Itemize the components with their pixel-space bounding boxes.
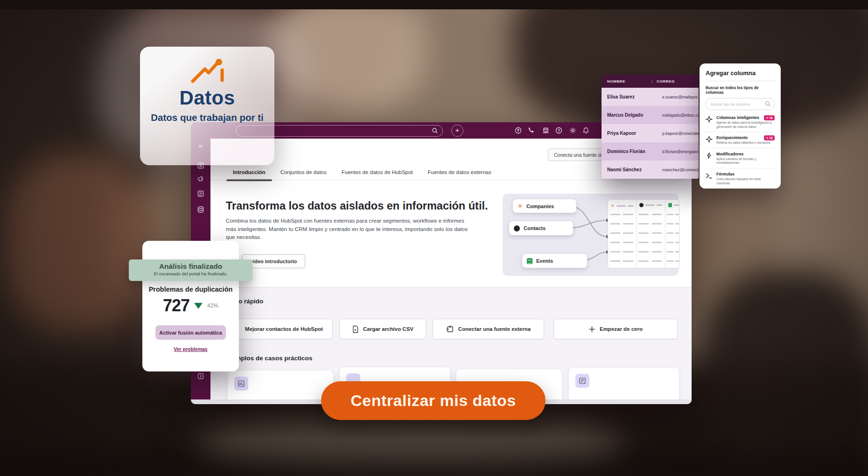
tab-bar: IntroducciónConjuntos de datosFuentes de… — [225, 166, 499, 180]
reports-icon[interactable] — [197, 190, 204, 197]
cell-email: d.florian@energiasrenov — [662, 149, 699, 154]
item-desc: Crea cálculos basados en otras columnas — [716, 177, 775, 185]
sparkle-icon — [706, 135, 713, 143]
diagram-node-companies[interactable]: ✳ Companies — [513, 199, 576, 213]
expand-sidebar-icon[interactable] — [197, 372, 204, 380]
panel-item-formulas[interactable]: Fórmulas Crea cálculos basados en otras … — [706, 168, 775, 188]
tab[interactable]: Conjuntos de datos — [273, 166, 334, 178]
report-chart-icon — [234, 377, 248, 391]
example-card-import[interactable]: Introduce datos de cualquier fuente — [568, 367, 679, 404]
diagram-node-contacts[interactable]: Contacts — [509, 221, 573, 235]
import-data-icon — [575, 374, 589, 388]
cell-name: Priya Kapoor — [607, 131, 662, 136]
marketplace-icon[interactable] — [542, 127, 549, 134]
cell-name: Dominico Florián — [607, 149, 662, 154]
button-label: Conectar una fuente externa — [458, 326, 531, 332]
mailchimp-icon — [639, 203, 644, 207]
diagram-node-events[interactable]: Events — [522, 254, 587, 268]
table-header-row: NOMBRE ↓ CORREO — [602, 75, 699, 88]
panel-item-modifiers[interactable]: Modificadores Aplica cambios de formato … — [706, 148, 775, 168]
item-title: Fórmulas — [716, 172, 775, 176]
tab[interactable]: Fuentes de datos de HubSpot — [334, 166, 420, 178]
cell-email: p.kapoor@conectate.org — [662, 131, 699, 136]
cell-name: Elisa Suarez — [607, 94, 662, 99]
table-row[interactable]: Priya Kapoor p.kapoor@conectate.org — [602, 124, 699, 142]
notifications-bell-icon[interactable] — [582, 127, 589, 134]
lightning-icon — [706, 152, 713, 159]
tab-divider — [210, 180, 692, 180]
green-sheet-icon — [527, 258, 532, 264]
cell-email: nsanchez@connected.co — [662, 168, 699, 172]
hubspot-sprocket-icon: ✳ — [611, 203, 615, 209]
table-row[interactable]: Dominico Florián d.florian@energiasrenov — [602, 142, 699, 161]
settings-gear-icon[interactable] — [569, 127, 576, 134]
trend-chart-icon — [186, 57, 228, 85]
banner-title: Análisis finalizado — [129, 262, 252, 271]
column-header-email[interactable]: CORREO — [657, 79, 675, 84]
tab[interactable]: Introducción — [225, 166, 273, 178]
svg-text:x: x — [355, 328, 357, 331]
panel-title: Agregar columna — [706, 70, 775, 77]
column-header-name[interactable]: NOMBRE — [607, 79, 625, 84]
item-desc: Rellena los datos faltantes o inexactos — [716, 141, 770, 145]
node-label: Companies — [526, 203, 554, 209]
svg-text:?: ? — [558, 128, 560, 133]
ai-badge: ✦ IA — [764, 135, 775, 140]
centralize-data-cta-button[interactable]: Centralizar mis datos — [321, 381, 546, 420]
marketing-megaphone-icon[interactable] — [197, 175, 204, 182]
metric-delta: 42% — [207, 302, 218, 309]
upload-csv-button[interactable]: x Cargar archivo CSV — [339, 319, 426, 339]
data-database-icon[interactable] — [197, 206, 204, 213]
terminal-prompt-icon — [706, 172, 713, 179]
intro-paragraph: Combina los datos de HubSpot con fuentes… — [226, 217, 471, 242]
external-source-icon — [446, 325, 454, 333]
column-search-input[interactable] — [706, 98, 774, 110]
item-desc: Agente de datos para la investigación y … — [716, 121, 775, 129]
search-section-label: Buscar en todos los tipos de columnas — [706, 85, 775, 95]
green-sheet-icon — [668, 203, 672, 207]
auto-merge-button[interactable]: Activar fusión automática — [155, 325, 226, 340]
connect-external-source-button[interactable]: Conectar una fuente externa — [433, 319, 544, 339]
column-search — [706, 98, 775, 110]
view-problems-link[interactable]: Ver problemas — [142, 346, 239, 352]
item-desc: Aplica cambios de formato y normalizacio… — [716, 157, 775, 165]
table-row[interactable]: Elisa Suarez e.suarez@mailspot.net — [602, 88, 699, 106]
table-body: Elisa Suarez e.suarez@mailspot.net Marcu… — [602, 88, 699, 179]
page-title: Transforma los datos aislados en informa… — [226, 200, 488, 212]
help-icon[interactable]: ? — [555, 127, 562, 134]
cell-email: e.suarez@mailspot.net — [662, 95, 699, 99]
hero-card: Datos Datos que trabajan por ti — [140, 47, 274, 165]
csv-file-icon: x — [352, 325, 359, 333]
improve-contacts-button[interactable]: Mejorar contactos de HubSpot — [235, 319, 333, 339]
table-row[interactable]: Naomi Sánchez nsanchez@connected.co — [602, 161, 699, 179]
search-icon — [432, 127, 438, 134]
phone-icon[interactable] — [527, 127, 534, 134]
search-icon — [765, 101, 771, 107]
analysis-complete-banner: Análisis finalizado El escaneado del por… — [129, 259, 252, 281]
metric-value: 727 — [163, 296, 189, 315]
tab[interactable]: Fuentes de datos externas — [420, 166, 499, 178]
data-sources-diagram: ✳ Companies Contacts Events ✳ — [503, 194, 679, 276]
table-row[interactable]: Marcus Delgado mdelgado@inbox.com — [602, 106, 699, 124]
hero-subtitle: Datos que trabajan por ti — [147, 112, 268, 123]
contacts-table-overlay: NOMBRE ↓ CORREO Elisa Suarez e.suarez@ma… — [602, 75, 699, 179]
panel-item-smart-columns[interactable]: Columnas inteligentes Agente de datos pa… — [706, 112, 775, 132]
plus-icon — [588, 326, 595, 333]
create-button[interactable]: + — [451, 125, 463, 137]
upload-icon[interactable] — [515, 127, 522, 134]
hubspot-sprocket-icon: ✳ — [518, 203, 523, 209]
add-column-panel: Agregar columna Buscar en todos los tipo… — [700, 63, 781, 189]
panel-item-enrichment[interactable]: Enriquecimiento Rellena los datos faltan… — [706, 132, 775, 148]
metric-label: Problemas de duplicación — [142, 286, 239, 293]
mailchimp-icon — [514, 225, 520, 231]
banner-subtitle: El escaneado del portal ha finalizado. — [129, 271, 252, 276]
sparkle-icon — [706, 115, 713, 123]
node-label: Events — [536, 258, 553, 264]
item-title: Enriquecimiento — [716, 135, 770, 140]
button-label: Mejorar contactos de HubSpot — [245, 326, 323, 332]
hero-title: Datos — [140, 88, 274, 108]
cell-name: Naomi Sánchez — [607, 167, 662, 172]
start-from-scratch-button[interactable]: Empezar de cero — [553, 319, 678, 339]
merged-table-preview: ✳ — [608, 199, 679, 268]
sort-descending-icon[interactable]: ↓ — [651, 79, 653, 84]
